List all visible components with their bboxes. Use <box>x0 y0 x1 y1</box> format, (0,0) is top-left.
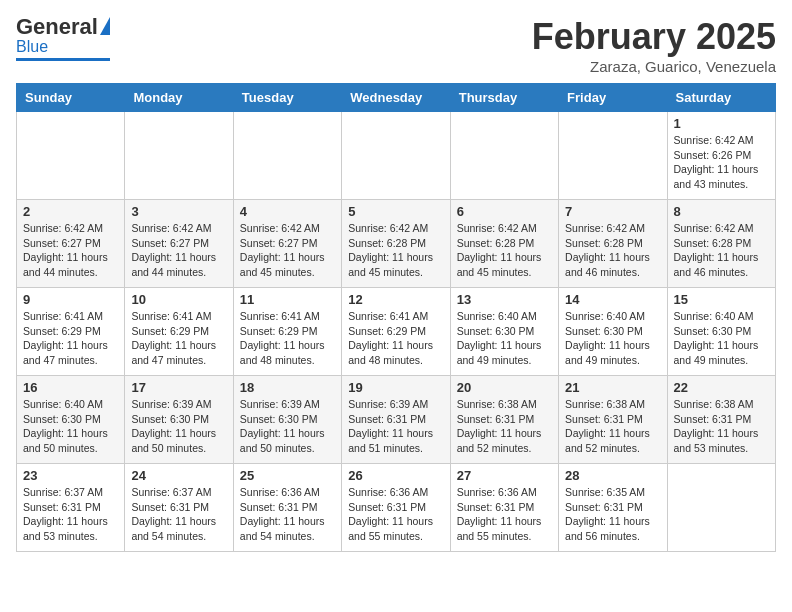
day-number: 23 <box>23 468 118 483</box>
calendar-cell: 21Sunrise: 6:38 AMSunset: 6:31 PMDayligh… <box>559 376 667 464</box>
calendar-cell: 17Sunrise: 6:39 AMSunset: 6:30 PMDayligh… <box>125 376 233 464</box>
calendar-cell <box>559 112 667 200</box>
day-number: 10 <box>131 292 226 307</box>
day-number: 21 <box>565 380 660 395</box>
day-info: Sunrise: 6:42 AMSunset: 6:28 PMDaylight:… <box>348 221 443 280</box>
day-info: Sunrise: 6:36 AMSunset: 6:31 PMDaylight:… <box>240 485 335 544</box>
logo: General Blue <box>16 16 110 61</box>
day-number: 26 <box>348 468 443 483</box>
calendar-week-1: 1Sunrise: 6:42 AMSunset: 6:26 PMDaylight… <box>17 112 776 200</box>
day-info: Sunrise: 6:35 AMSunset: 6:31 PMDaylight:… <box>565 485 660 544</box>
day-info: Sunrise: 6:42 AMSunset: 6:28 PMDaylight:… <box>674 221 769 280</box>
weekday-header-thursday: Thursday <box>450 84 558 112</box>
day-number: 3 <box>131 204 226 219</box>
day-number: 28 <box>565 468 660 483</box>
day-number: 12 <box>348 292 443 307</box>
day-info: Sunrise: 6:37 AMSunset: 6:31 PMDaylight:… <box>23 485 118 544</box>
calendar-cell: 19Sunrise: 6:39 AMSunset: 6:31 PMDayligh… <box>342 376 450 464</box>
calendar-cell: 5Sunrise: 6:42 AMSunset: 6:28 PMDaylight… <box>342 200 450 288</box>
calendar-cell: 28Sunrise: 6:35 AMSunset: 6:31 PMDayligh… <box>559 464 667 552</box>
day-number: 5 <box>348 204 443 219</box>
day-number: 22 <box>674 380 769 395</box>
calendar-week-4: 16Sunrise: 6:40 AMSunset: 6:30 PMDayligh… <box>17 376 776 464</box>
day-info: Sunrise: 6:36 AMSunset: 6:31 PMDaylight:… <box>457 485 552 544</box>
calendar-cell: 4Sunrise: 6:42 AMSunset: 6:27 PMDaylight… <box>233 200 341 288</box>
calendar-cell: 20Sunrise: 6:38 AMSunset: 6:31 PMDayligh… <box>450 376 558 464</box>
day-number: 24 <box>131 468 226 483</box>
calendar-cell: 25Sunrise: 6:36 AMSunset: 6:31 PMDayligh… <box>233 464 341 552</box>
day-number: 6 <box>457 204 552 219</box>
day-info: Sunrise: 6:36 AMSunset: 6:31 PMDaylight:… <box>348 485 443 544</box>
day-number: 20 <box>457 380 552 395</box>
calendar-week-5: 23Sunrise: 6:37 AMSunset: 6:31 PMDayligh… <box>17 464 776 552</box>
calendar-cell: 1Sunrise: 6:42 AMSunset: 6:26 PMDaylight… <box>667 112 775 200</box>
day-info: Sunrise: 6:40 AMSunset: 6:30 PMDaylight:… <box>565 309 660 368</box>
day-info: Sunrise: 6:39 AMSunset: 6:31 PMDaylight:… <box>348 397 443 456</box>
calendar-cell: 13Sunrise: 6:40 AMSunset: 6:30 PMDayligh… <box>450 288 558 376</box>
weekday-header-wednesday: Wednesday <box>342 84 450 112</box>
calendar-cell: 6Sunrise: 6:42 AMSunset: 6:28 PMDaylight… <box>450 200 558 288</box>
calendar-cell <box>450 112 558 200</box>
day-info: Sunrise: 6:38 AMSunset: 6:31 PMDaylight:… <box>457 397 552 456</box>
day-number: 15 <box>674 292 769 307</box>
calendar-cell <box>17 112 125 200</box>
calendar-cell: 14Sunrise: 6:40 AMSunset: 6:30 PMDayligh… <box>559 288 667 376</box>
day-info: Sunrise: 6:37 AMSunset: 6:31 PMDaylight:… <box>131 485 226 544</box>
weekday-header-saturday: Saturday <box>667 84 775 112</box>
day-number: 11 <box>240 292 335 307</box>
logo-general: General <box>16 16 98 38</box>
calendar-cell: 9Sunrise: 6:41 AMSunset: 6:29 PMDaylight… <box>17 288 125 376</box>
day-number: 18 <box>240 380 335 395</box>
weekday-header-row: SundayMondayTuesdayWednesdayThursdayFrid… <box>17 84 776 112</box>
day-number: 7 <box>565 204 660 219</box>
location: Zaraza, Guarico, Venezuela <box>532 58 776 75</box>
calendar-cell: 23Sunrise: 6:37 AMSunset: 6:31 PMDayligh… <box>17 464 125 552</box>
logo-underline <box>16 58 110 61</box>
calendar-cell: 16Sunrise: 6:40 AMSunset: 6:30 PMDayligh… <box>17 376 125 464</box>
calendar-cell: 22Sunrise: 6:38 AMSunset: 6:31 PMDayligh… <box>667 376 775 464</box>
calendar-cell: 2Sunrise: 6:42 AMSunset: 6:27 PMDaylight… <box>17 200 125 288</box>
day-info: Sunrise: 6:42 AMSunset: 6:28 PMDaylight:… <box>457 221 552 280</box>
title-section: February 2025 Zaraza, Guarico, Venezuela <box>532 16 776 75</box>
day-number: 4 <box>240 204 335 219</box>
calendar-table: SundayMondayTuesdayWednesdayThursdayFrid… <box>16 83 776 552</box>
day-number: 8 <box>674 204 769 219</box>
calendar-cell: 7Sunrise: 6:42 AMSunset: 6:28 PMDaylight… <box>559 200 667 288</box>
calendar-week-2: 2Sunrise: 6:42 AMSunset: 6:27 PMDaylight… <box>17 200 776 288</box>
calendar-cell: 12Sunrise: 6:41 AMSunset: 6:29 PMDayligh… <box>342 288 450 376</box>
day-info: Sunrise: 6:41 AMSunset: 6:29 PMDaylight:… <box>23 309 118 368</box>
calendar-cell <box>667 464 775 552</box>
day-info: Sunrise: 6:42 AMSunset: 6:27 PMDaylight:… <box>23 221 118 280</box>
day-number: 2 <box>23 204 118 219</box>
month-title: February 2025 <box>532 16 776 58</box>
day-info: Sunrise: 6:38 AMSunset: 6:31 PMDaylight:… <box>674 397 769 456</box>
day-number: 17 <box>131 380 226 395</box>
day-info: Sunrise: 6:40 AMSunset: 6:30 PMDaylight:… <box>457 309 552 368</box>
weekday-header-tuesday: Tuesday <box>233 84 341 112</box>
day-info: Sunrise: 6:41 AMSunset: 6:29 PMDaylight:… <box>348 309 443 368</box>
calendar-cell <box>125 112 233 200</box>
day-number: 1 <box>674 116 769 131</box>
day-number: 13 <box>457 292 552 307</box>
calendar-cell: 10Sunrise: 6:41 AMSunset: 6:29 PMDayligh… <box>125 288 233 376</box>
day-info: Sunrise: 6:42 AMSunset: 6:26 PMDaylight:… <box>674 133 769 192</box>
day-info: Sunrise: 6:41 AMSunset: 6:29 PMDaylight:… <box>240 309 335 368</box>
day-number: 19 <box>348 380 443 395</box>
day-info: Sunrise: 6:42 AMSunset: 6:27 PMDaylight:… <box>131 221 226 280</box>
calendar-cell: 26Sunrise: 6:36 AMSunset: 6:31 PMDayligh… <box>342 464 450 552</box>
logo-blue: Blue <box>16 38 48 56</box>
day-number: 9 <box>23 292 118 307</box>
logo-triangle-icon <box>100 17 110 35</box>
day-info: Sunrise: 6:41 AMSunset: 6:29 PMDaylight:… <box>131 309 226 368</box>
calendar-cell: 3Sunrise: 6:42 AMSunset: 6:27 PMDaylight… <box>125 200 233 288</box>
calendar-cell <box>342 112 450 200</box>
calendar-cell <box>233 112 341 200</box>
calendar-cell: 18Sunrise: 6:39 AMSunset: 6:30 PMDayligh… <box>233 376 341 464</box>
calendar-cell: 27Sunrise: 6:36 AMSunset: 6:31 PMDayligh… <box>450 464 558 552</box>
calendar-cell: 15Sunrise: 6:40 AMSunset: 6:30 PMDayligh… <box>667 288 775 376</box>
weekday-header-monday: Monday <box>125 84 233 112</box>
calendar-cell: 11Sunrise: 6:41 AMSunset: 6:29 PMDayligh… <box>233 288 341 376</box>
calendar-cell: 8Sunrise: 6:42 AMSunset: 6:28 PMDaylight… <box>667 200 775 288</box>
calendar-week-3: 9Sunrise: 6:41 AMSunset: 6:29 PMDaylight… <box>17 288 776 376</box>
day-number: 25 <box>240 468 335 483</box>
